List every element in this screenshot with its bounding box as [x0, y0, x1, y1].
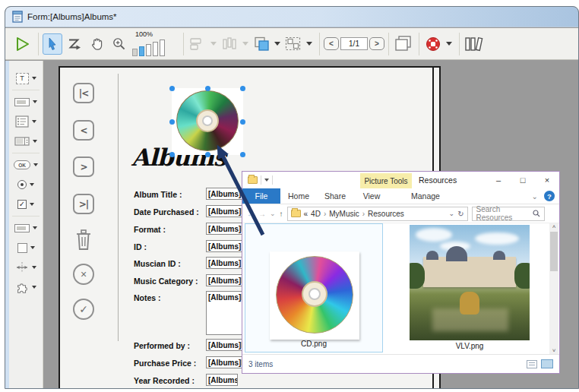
tool-caret[interactable] [30, 183, 34, 186]
align-objects-button[interactable] [188, 33, 207, 55]
tool-input-field[interactable] [9, 92, 43, 112]
tab-share[interactable]: Share [317, 188, 353, 204]
object-library-button[interactable] [464, 33, 486, 55]
scroll-up-arrow[interactable]: ˄ [552, 223, 556, 230]
tool-combo-box[interactable] [9, 131, 43, 151]
delete-record-button[interactable] [75, 229, 92, 254]
thumbnail-view-icon[interactable] [541, 359, 553, 368]
selection-handle-n[interactable] [205, 86, 210, 91]
tool-caret[interactable] [33, 140, 37, 143]
refresh-icon[interactable]: ↻ [457, 210, 464, 218]
file-item-cd[interactable]: CD.png [245, 223, 383, 352]
selection-handle-sw[interactable] [169, 152, 175, 157]
previous-page-button[interactable]: < [324, 37, 339, 50]
scrollbar-thumb[interactable] [550, 232, 558, 271]
tool-caret[interactable] [32, 286, 36, 289]
form-pages-button[interactable] [393, 33, 413, 55]
views-dropdown-caret[interactable] [446, 42, 452, 46]
file-name-cd[interactable]: CD.png [245, 340, 382, 348]
tool-caret[interactable] [30, 246, 35, 249]
tool-plugin-area[interactable] [9, 277, 43, 297]
tool-caret[interactable] [32, 120, 36, 123]
close-button[interactable]: × [535, 172, 559, 188]
breadcrumb-resources[interactable]: Resources [368, 210, 404, 218]
tool-checkbox[interactable]: ✓ [9, 194, 43, 214]
selection-handle-w[interactable] [169, 119, 175, 125]
tool-splitter[interactable] [9, 258, 43, 277]
path-chevrons[interactable]: « [304, 210, 308, 218]
tool-static-field[interactable] [9, 218, 43, 238]
accept-button[interactable]: ✓ [73, 299, 94, 320]
zoom-bar-2-active[interactable] [139, 46, 144, 56]
tab-file[interactable]: File [242, 188, 280, 204]
layer-order-button[interactable] [252, 33, 271, 55]
tool-caret[interactable] [33, 226, 37, 229]
title-bar[interactable]: Form:[Albums]Albums* [5, 7, 578, 27]
forward-button[interactable]: → [258, 210, 266, 218]
tool-button[interactable]: OK [9, 155, 43, 175]
search-input[interactable]: Search Resources [472, 207, 545, 221]
tab-view[interactable]: View [353, 188, 390, 204]
tool-list-box[interactable] [9, 112, 43, 131]
file-list-area[interactable]: CD.png VLV.png [242, 223, 559, 354]
next-page-button[interactable]: > [369, 37, 384, 50]
zoom-bar-4[interactable] [153, 42, 158, 56]
entry-order-tool-button[interactable] [65, 33, 84, 55]
views-button[interactable] [423, 33, 443, 55]
tool-caret[interactable] [33, 163, 38, 166]
tool-caret[interactable] [30, 203, 34, 206]
selection-handle-nw[interactable] [169, 86, 175, 91]
execute-form-button[interactable] [12, 33, 32, 55]
qat-dropdown-caret[interactable] [264, 179, 269, 182]
selection-handle-se[interactable] [240, 152, 245, 157]
move-tool-button[interactable] [87, 33, 106, 55]
previous-record-button[interactable]: < [73, 120, 94, 141]
layer-dropdown-caret[interactable] [274, 42, 280, 46]
zoom-bar-3[interactable] [146, 44, 151, 56]
breadcrumb-mymusic[interactable]: MyMusic [329, 210, 359, 218]
maximize-button[interactable]: □ [511, 172, 535, 188]
field-input[interactable]: [Albums] [206, 257, 242, 269]
minimize-button[interactable]: – [486, 172, 511, 188]
explorer-title-bar[interactable]: Picture Tools Resources – □ × [242, 172, 559, 188]
cd-picture-object[interactable] [172, 88, 243, 155]
field-input[interactable]: [Albums] [206, 240, 242, 252]
details-view-icon[interactable] [527, 360, 537, 368]
zoom-level-control[interactable]: 100% [131, 30, 178, 58]
align-dropdown-caret[interactable] [210, 42, 217, 46]
address-dropdown-caret[interactable]: ⌄ [449, 210, 455, 217]
help-icon[interactable]: ? [544, 191, 555, 201]
tab-manage[interactable]: Manage [400, 188, 451, 204]
zoom-bars[interactable] [132, 40, 165, 56]
tool-caret[interactable] [32, 77, 36, 80]
zoom-bar-5[interactable] [160, 40, 165, 56]
file-name-vlv[interactable]: VLV.png [408, 342, 531, 350]
minimize-ribbon-chevron[interactable]: ⌄ [532, 192, 538, 201]
field-input[interactable]: [Albums [206, 374, 238, 386]
tool-caret[interactable] [33, 100, 37, 103]
next-record-button[interactable]: > [73, 156, 94, 177]
tool-rectangle[interactable] [9, 238, 43, 258]
tab-home[interactable]: Home [280, 188, 317, 204]
file-item-vlv[interactable]: VLV.png [408, 224, 531, 352]
tool-static-text[interactable]: T [9, 68, 43, 88]
zoom-bar-1[interactable] [132, 49, 138, 56]
selection-handle-ne[interactable] [240, 86, 245, 91]
selection-handle-s[interactable] [205, 152, 210, 157]
cancel-button[interactable]: × [73, 264, 94, 285]
pointer-tool-button[interactable] [43, 33, 62, 55]
first-record-button[interactable]: |< [73, 83, 94, 103]
group-objects-button[interactable] [283, 33, 303, 55]
distribute-dropdown-caret[interactable] [242, 42, 248, 46]
scroll-down-arrow[interactable]: ˅ [552, 347, 556, 354]
up-button[interactable]: ↑ [280, 210, 283, 218]
address-path-box[interactable]: « 4D › MyMusic › Resources ⌄ ↻ [287, 207, 468, 221]
last-record-button[interactable]: >| [73, 194, 94, 214]
selection-handle-e[interactable] [240, 119, 245, 125]
breadcrumb-4d[interactable]: 4D [311, 210, 321, 218]
tool-caret[interactable] [32, 266, 36, 269]
back-button[interactable]: ← [247, 210, 255, 218]
tool-radio-button[interactable] [9, 175, 43, 194]
recent-locations-caret[interactable]: ⌄ [270, 210, 276, 217]
zoom-tool-button[interactable] [109, 33, 128, 55]
